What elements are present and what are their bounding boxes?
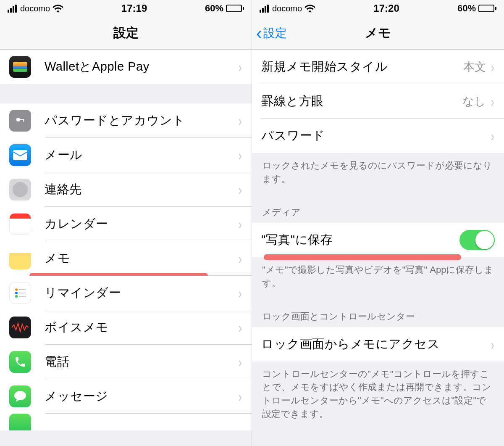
nav-bar: ‹ 設定 メモ — [252, 17, 504, 50]
row-value: なし — [462, 94, 486, 109]
row-notes[interactable]: メモ › — [0, 241, 252, 276]
wallet-icon — [9, 56, 31, 78]
calendar-icon — [9, 213, 31, 235]
reminders-icon — [9, 282, 31, 304]
footer-save-to-photos: "メモ"で撮影した写真やビデオを"写真" Appに保存します。 — [252, 257, 504, 298]
row-label: パスワード — [261, 127, 490, 144]
chevron-right-icon: › — [238, 217, 242, 231]
carrier-label: docomo — [272, 4, 302, 13]
page-title: 設定 — [0, 24, 252, 42]
battery-percent: 60% — [205, 3, 223, 14]
row-facetime[interactable] — [0, 414, 252, 430]
chevron-right-icon: › — [238, 389, 242, 404]
chevron-right-icon: › — [238, 355, 242, 369]
row-password[interactable]: パスワード › — [252, 119, 504, 153]
row-label: 電話 — [45, 354, 238, 370]
row-value: 本文 — [463, 59, 486, 74]
svg-point-5 — [15, 292, 18, 294]
status-bar: docomo 17:19 60% — [0, 0, 252, 17]
svg-point-10 — [14, 391, 26, 400]
wifi-icon — [52, 4, 63, 13]
row-messages[interactable]: メッセージ › — [0, 379, 252, 414]
row-passwords[interactable]: パスワードとアカウント › — [0, 103, 252, 138]
header-media: メディア — [252, 193, 504, 223]
page-title: メモ — [252, 24, 504, 42]
chevron-right-icon: › — [238, 320, 242, 335]
clock: 17:20 — [373, 3, 399, 14]
battery-percent: 60% — [457, 3, 476, 14]
chevron-right-icon: › — [491, 337, 494, 351]
key-icon — [9, 110, 31, 132]
back-label: 設定 — [263, 25, 287, 41]
row-phone[interactable]: 電話 › — [0, 345, 252, 379]
row-label: メール — [45, 147, 238, 164]
row-lines-grids[interactable]: 罫線と方眼 なし › — [252, 84, 504, 119]
row-save-to-photos: "写真"に保存 — [252, 223, 504, 257]
chevron-right-icon: › — [238, 113, 242, 128]
voicememo-icon — [9, 317, 31, 338]
svg-rect-3 — [13, 150, 27, 160]
chevron-right-icon: › — [491, 129, 494, 143]
row-label: カレンダー — [45, 216, 238, 232]
notes-settings-screen: docomo 17:20 60% ‹ 設定 メモ 新規メモ開始スタイル 本文 ›… — [252, 0, 504, 446]
row-label: メッセージ — [45, 388, 238, 405]
chevron-right-icon: › — [491, 60, 494, 74]
cellular-signal-icon — [260, 5, 269, 13]
cellular-signal-icon — [8, 5, 17, 13]
row-new-note-style[interactable]: 新規メモ開始スタイル 本文 › — [252, 50, 504, 84]
chevron-right-icon: › — [238, 60, 242, 74]
row-lock-screen-access[interactable]: ロック画面からメモにアクセス › — [252, 327, 504, 362]
highlight-marker — [264, 254, 461, 260]
row-voicememo[interactable]: ボイスメモ › — [0, 310, 252, 345]
row-wallet-applepay[interactable]: WalletとApple Pay › — [0, 50, 252, 84]
row-label: リマインダー — [45, 285, 238, 301]
battery-icon — [226, 5, 244, 12]
back-button[interactable]: ‹ 設定 — [252, 25, 287, 42]
clock: 17:19 — [121, 3, 147, 14]
carrier-label: docomo — [20, 4, 50, 13]
row-label: WalletとApple Pay — [45, 58, 238, 75]
svg-point-6 — [15, 295, 18, 298]
row-label: 連絡先 — [45, 181, 238, 198]
row-label: 罫線と方眼 — [261, 93, 462, 110]
footer-lock-access: コントロールセンターの"メモ"コントロールを押すことで、メモをすばやく作成または… — [252, 362, 504, 429]
row-label: メモ — [45, 250, 238, 267]
messages-icon — [9, 385, 31, 407]
footer-password: ロックされたメモを見るのにパスワードが必要になります。 — [252, 153, 504, 193]
settings-root-screen: docomo 17:19 60% 設定 WalletとApple Pay › パ… — [0, 0, 252, 446]
notes-icon — [9, 248, 31, 269]
status-bar: docomo 17:20 60% — [252, 0, 504, 17]
save-to-photos-toggle[interactable] — [459, 230, 495, 250]
row-calendar[interactable]: カレンダー › — [0, 207, 252, 241]
phone-icon — [9, 351, 31, 373]
row-label: ボイスメモ — [45, 319, 238, 336]
row-label: ロック画面からメモにアクセス — [261, 336, 490, 353]
svg-point-4 — [15, 288, 18, 291]
chevron-right-icon: › — [238, 182, 242, 197]
facetime-icon — [9, 414, 31, 430]
row-label: "写真"に保存 — [261, 232, 459, 248]
chevron-right-icon: › — [238, 251, 242, 266]
chevron-right-icon: › — [491, 94, 494, 108]
row-reminders[interactable]: リマインダー › — [0, 276, 252, 310]
wifi-icon — [304, 4, 315, 13]
svg-rect-2 — [23, 119, 24, 122]
header-lock: ロック画面とコントロールセンター — [252, 298, 504, 327]
mail-icon — [9, 144, 31, 166]
row-contacts[interactable]: 連絡先 › — [0, 172, 252, 207]
row-label: 新規メモ開始スタイル — [261, 58, 463, 75]
row-label: パスワードとアカウント — [45, 112, 238, 129]
nav-bar: 設定 — [0, 17, 252, 50]
battery-icon — [478, 5, 496, 12]
chevron-right-icon: › — [238, 148, 242, 162]
chevron-right-icon: › — [238, 286, 242, 300]
contacts-icon — [9, 179, 31, 201]
chevron-left-icon: ‹ — [256, 25, 262, 42]
row-mail[interactable]: メール › — [0, 138, 252, 172]
